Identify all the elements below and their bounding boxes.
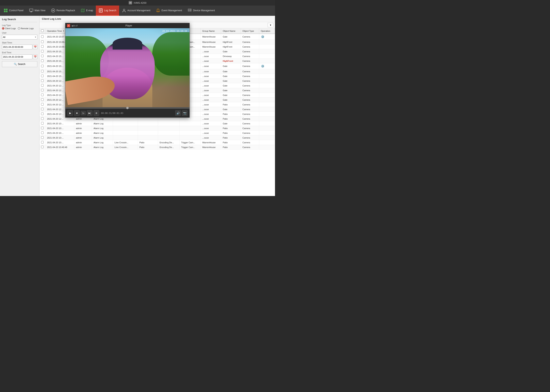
row-checkbox[interactable] [41,117,44,120]
row-operation [259,135,275,140]
row-checkbox[interactable] [41,89,44,91]
col-operation[interactable]: Operation [259,28,275,34]
row-checkbox-cell[interactable] [40,44,45,49]
user-select[interactable]: All admin [2,35,37,40]
speed-1x-button[interactable]: 1x [81,111,86,115]
row-checkbox[interactable] [41,55,44,57]
start-time-calendar-button[interactable]: 📅 [33,45,37,49]
start-time-input[interactable] [2,45,32,49]
search-button[interactable]: 🔍 Search [2,61,37,67]
row-checkbox-cell[interactable] [40,40,45,44]
snapshot-button[interactable]: 📷 [182,110,187,116]
row-checkbox[interactable] [41,132,44,134]
col-group-name[interactable]: Group Name [200,28,221,34]
nav-event-management[interactable]: Event Management [153,6,185,16]
row-checkbox-cell[interactable] [40,88,45,93]
row-checkbox[interactable] [41,75,44,77]
row-checkbox[interactable] [41,41,44,43]
col-object-name[interactable]: Object Name [221,28,241,34]
player-close-button[interactable]: ✕ [67,24,70,27]
nav-main-view[interactable]: Main View [26,6,48,16]
row-checkbox[interactable] [41,79,44,82]
nav-control-panel[interactable]: Control Panel [1,6,26,16]
row-checkbox-cell[interactable] [40,74,45,78]
stop-button[interactable]: ■ [74,110,80,116]
export-button[interactable]: ▼ [268,23,273,27]
end-time-input[interactable] [2,55,32,59]
row-checkbox-cell[interactable] [40,145,45,150]
nav-emap[interactable]: E-map [78,6,96,16]
row-checkbox-cell[interactable] [40,135,45,140]
nav-log-search[interactable]: Log Search [96,6,119,16]
row-checkbox-cell[interactable] [40,34,45,40]
row-checkbox-cell[interactable] [40,93,45,98]
row-checkbox-cell[interactable] [40,63,45,69]
select-all-checkbox[interactable] [41,29,44,32]
speed-icon: 1x [82,112,84,114]
progress-thumb[interactable] [126,107,129,109]
row-object: Gate [221,63,241,69]
end-time-calendar-button[interactable]: 📅 [33,55,37,59]
row-checkbox[interactable] [41,59,44,62]
row-group: WarrenHouse [200,44,221,49]
row-checkbox-cell[interactable] [40,131,45,135]
row-checkbox[interactable] [41,108,44,110]
row-checkbox-cell[interactable] [40,121,45,126]
remote-logs-radio-dot [18,27,20,30]
row-checkbox-cell[interactable] [40,126,45,131]
row-checkbox[interactable] [41,70,44,72]
nav-remote-playback[interactable]: Remote Playback [48,6,78,16]
row-object: HighFront [221,59,241,63]
row-checkbox[interactable] [41,65,44,67]
row-group: WarrenHouse [200,145,221,150]
row-checkbox-cell[interactable] [40,107,45,112]
row-checkbox[interactable] [41,50,44,53]
remote-logs-radio[interactable]: Remote Logs [18,27,34,30]
row-checkbox[interactable] [41,146,44,148]
player-progressbar[interactable] [65,107,189,109]
row-checkbox-cell[interactable] [40,59,45,63]
row-checkbox-cell[interactable] [40,69,45,74]
row-checkbox-cell[interactable] [40,116,45,121]
volume-button[interactable]: 🔊 [175,110,181,116]
row-checkbox-cell[interactable] [40,49,45,54]
row-checkbox[interactable] [41,84,44,87]
row-checkbox-cell[interactable] [40,78,45,83]
row-operation [259,93,275,98]
row-checkbox-cell[interactable] [40,102,45,107]
row-checkbox[interactable] [41,103,44,105]
row-checkbox-cell[interactable] [40,98,45,102]
row-group: ...ouse [200,98,221,102]
row-checkbox[interactable] [41,141,44,143]
row-checkbox[interactable] [41,136,44,139]
zoom-button[interactable]: ⊕ [94,110,99,116]
row-group: ...ouse [200,102,221,107]
row-checkbox[interactable] [41,98,44,101]
row-checkbox-cell[interactable] [40,112,45,116]
client-logs-label: Client Logs [5,27,16,30]
client-logs-radio[interactable]: Client Logs [2,27,16,30]
row-checkbox[interactable] [41,112,44,115]
select-all-header[interactable] [40,28,45,34]
row-checkbox[interactable] [41,94,44,96]
row-checkbox[interactable] [41,45,44,48]
frame-advance-button[interactable]: ▶| [87,110,93,116]
play-button[interactable]: ▶ [67,110,73,116]
col-op-time-label: Operation Time [47,30,62,32]
row-checkbox[interactable] [41,127,44,129]
row-operation [259,98,275,102]
row-checkbox[interactable] [41,35,44,38]
nav-device-management[interactable]: Device Management [185,6,217,16]
row-action-button[interactable]: ⚙️ [261,35,265,39]
row-action-button[interactable]: ⚙️ [261,64,265,68]
row-checkbox[interactable] [41,122,44,125]
zoom-icon: ⊕ [95,112,97,114]
row-checkbox-cell[interactable] [40,140,45,145]
row-object: Gate [221,121,241,126]
col-object-type[interactable]: Object Type [241,28,259,34]
row-operation [259,83,275,88]
row-checkbox-cell[interactable] [40,54,45,59]
nav-account-management[interactable]: Account Management [119,6,153,16]
row-checkbox-cell[interactable] [40,83,45,88]
row-object-type: Camera [241,140,259,145]
